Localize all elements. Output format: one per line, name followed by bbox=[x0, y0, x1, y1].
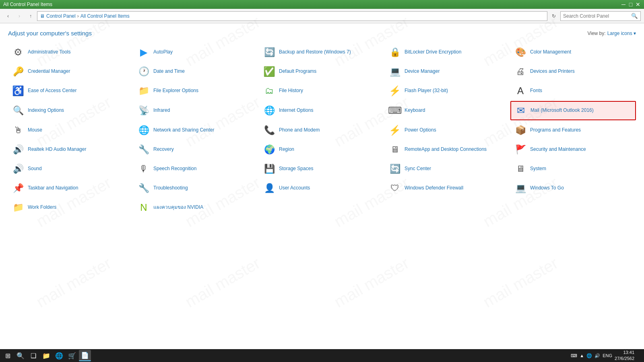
ease-of-access-icon: ♿ bbox=[12, 84, 25, 97]
cp-item-autoplay[interactable]: ▶AutoPlay bbox=[134, 43, 259, 62]
cp-item-internet-options[interactable]: 🌐Internet Options bbox=[259, 101, 385, 120]
devices-printers-icon: 🖨 bbox=[514, 65, 527, 78]
up-button[interactable]: ↑ bbox=[26, 11, 35, 21]
view-by-label: View by: bbox=[587, 31, 605, 36]
edge-taskbar[interactable]: 🌐 bbox=[53, 350, 65, 361]
minimize-button[interactable]: ─ bbox=[621, 2, 626, 7]
cp-item-remoteapp[interactable]: 🖥RemoteApp and Desktop Connections bbox=[385, 140, 510, 159]
file-explorer-taskbar[interactable]: 📁 bbox=[40, 350, 52, 361]
cp-item-color-management[interactable]: 🎨Color Management bbox=[510, 43, 636, 62]
breadcrumb-root[interactable]: Control Panel bbox=[46, 13, 76, 19]
language-indicator[interactable]: ENG bbox=[603, 353, 612, 358]
devices-printers-label: Devices and Printers bbox=[530, 68, 575, 75]
cp-item-fonts[interactable]: AFonts bbox=[510, 82, 636, 100]
cp-item-mouse[interactable]: 🖱Mouse bbox=[8, 121, 134, 140]
cp-item-nvidia[interactable]: Nแผงควบคุมของ NVIDIA bbox=[134, 198, 259, 217]
cp-item-region[interactable]: 🌍Region bbox=[259, 140, 385, 159]
cp-item-default-programs[interactable]: ✅Default Programs bbox=[259, 62, 385, 81]
remoteapp-label: RemoteApp and Desktop Connections bbox=[405, 146, 487, 153]
cp-item-work-folders[interactable]: 📁Work Folders bbox=[8, 198, 134, 217]
network-icon: 🌐 bbox=[586, 353, 592, 358]
taskbar-navigation-label: Taskbar and Navigation bbox=[28, 185, 78, 191]
cp-item-device-manager[interactable]: 💻Device Manager bbox=[385, 62, 510, 81]
cp-item-sync-center[interactable]: 🔄Sync Center bbox=[385, 160, 510, 178]
mouse-label: Mouse bbox=[28, 127, 42, 134]
control-panel-taskbar[interactable]: 📄 bbox=[79, 350, 91, 361]
cp-item-windows-defender[interactable]: 🛡Windows Defender Firewall bbox=[385, 179, 510, 197]
system-icon: 🖥 bbox=[514, 162, 527, 175]
search-taskbar-button[interactable]: 🔍 bbox=[14, 350, 27, 361]
cp-item-ease-of-access[interactable]: ♿Ease of Access Center bbox=[8, 82, 134, 100]
cp-item-flash-player[interactable]: ⚡Flash Player (32-bit) bbox=[385, 82, 510, 100]
cp-item-sound[interactable]: 🔊Sound bbox=[8, 160, 134, 178]
file-explorer-icon: 📁 bbox=[137, 84, 150, 97]
breadcrumb-icon: 🖥 bbox=[40, 13, 45, 19]
backup-restore-icon: 🔄 bbox=[263, 46, 276, 59]
phone-modem-icon: 📞 bbox=[263, 124, 276, 137]
programs-features-label: Programs and Features bbox=[530, 127, 581, 134]
indexing-options-icon: 🔍 bbox=[12, 104, 25, 117]
cp-item-administrative-tools[interactable]: ⚙Administrative Tools bbox=[8, 43, 134, 62]
start-button[interactable]: ⊞ bbox=[2, 350, 14, 361]
sync-center-label: Sync Center bbox=[405, 166, 431, 172]
cp-item-file-history[interactable]: 🗂File History bbox=[259, 82, 385, 100]
cp-item-network-sharing[interactable]: 🌐Network and Sharing Center bbox=[134, 121, 259, 140]
cp-item-credential-manager[interactable]: 🔑Credential Manager bbox=[8, 62, 134, 81]
close-button[interactable]: ✕ bbox=[635, 2, 641, 7]
cp-item-user-accounts[interactable]: 👤User Accounts bbox=[259, 179, 385, 197]
cp-item-troubleshooting[interactable]: 🔧Troubleshooting bbox=[134, 179, 259, 197]
time-display: 13:41 27/6/2562 bbox=[615, 350, 634, 362]
title-bar-controls: ─ □ ✕ bbox=[621, 2, 641, 7]
keyboard-icon: ⌨ bbox=[388, 104, 401, 117]
cp-item-bitlocker[interactable]: 🔒BitLocker Drive Encryption bbox=[385, 43, 510, 62]
windows-defender-label: Windows Defender Firewall bbox=[405, 185, 463, 191]
search-bar: 🔍 bbox=[560, 11, 641, 21]
back-button[interactable]: ‹ bbox=[3, 11, 13, 21]
store-taskbar[interactable]: 🛒 bbox=[66, 350, 78, 361]
forward-button[interactable]: › bbox=[14, 11, 24, 21]
cp-item-backup-restore[interactable]: 🔄Backup and Restore (Windows 7) bbox=[259, 43, 385, 62]
cp-item-phone-modem[interactable]: 📞Phone and Modem bbox=[259, 121, 385, 140]
windows-defender-icon: 🛡 bbox=[388, 182, 401, 195]
default-programs-label: Default Programs bbox=[279, 68, 316, 75]
cp-item-devices-printers[interactable]: 🖨Devices and Printers bbox=[510, 62, 636, 81]
cp-item-storage-spaces[interactable]: 💾Storage Spaces bbox=[259, 160, 385, 178]
cp-item-windows-to-go[interactable]: 💻Windows To Go bbox=[510, 179, 636, 197]
realtek-label: Realtek HD Audio Manager bbox=[28, 146, 86, 153]
search-button[interactable]: 🔍 bbox=[631, 13, 638, 19]
fonts-icon: A bbox=[514, 84, 527, 97]
view-by-dropdown[interactable]: Large icons ▾ bbox=[607, 31, 636, 36]
cp-item-infrared[interactable]: 📡Infrared bbox=[134, 101, 259, 120]
search-input[interactable] bbox=[563, 13, 630, 19]
cp-item-indexing-options[interactable]: 🔍Indexing Options bbox=[8, 101, 134, 120]
sync-center-icon: 🔄 bbox=[388, 162, 401, 175]
administrative-tools-label: Administrative Tools bbox=[28, 49, 71, 56]
cp-item-taskbar-navigation[interactable]: 📌Taskbar and Navigation bbox=[8, 179, 134, 197]
task-view-button[interactable]: ❑ bbox=[27, 350, 39, 361]
taskbar-right: ⌨ ▲ 🌐 🔊 ENG 13:41 27/6/2562 bbox=[571, 350, 642, 362]
refresh-button[interactable]: ↻ bbox=[549, 11, 559, 21]
cp-item-system[interactable]: 🖥System bbox=[510, 160, 636, 178]
flash-player-icon: ⚡ bbox=[388, 84, 401, 97]
cp-item-power-options[interactable]: ⚡Power Options bbox=[385, 121, 510, 140]
work-folders-icon: 📁 bbox=[12, 201, 25, 214]
cp-item-date-time[interactable]: 🕐Date and Time bbox=[134, 62, 259, 81]
administrative-tools-icon: ⚙ bbox=[12, 46, 25, 59]
cp-item-security-maintenance[interactable]: 🚩Security and Maintenance bbox=[510, 140, 636, 159]
nvidia-icon: N bbox=[137, 201, 150, 214]
device-manager-icon: 💻 bbox=[388, 65, 401, 78]
cp-item-realtek[interactable]: 🔊Realtek HD Audio Manager bbox=[8, 140, 134, 159]
troubleshooting-label: Troubleshooting bbox=[153, 185, 188, 191]
cp-item-keyboard[interactable]: ⌨Keyboard bbox=[385, 101, 510, 120]
cp-item-mail[interactable]: ✉Mail (Microsoft Outlook 2016) bbox=[510, 101, 636, 120]
cp-item-programs-features[interactable]: 📦Programs and Features bbox=[510, 121, 636, 140]
color-management-label: Color Management bbox=[530, 49, 571, 56]
autoplay-label: AutoPlay bbox=[153, 49, 173, 56]
cp-item-recovery[interactable]: 🔧Recovery bbox=[134, 140, 259, 159]
restore-button[interactable]: □ bbox=[628, 2, 634, 7]
content-header: Adjust your computer's settings View by:… bbox=[8, 30, 636, 37]
breadcrumb-current[interactable]: All Control Panel Items bbox=[80, 13, 130, 19]
cp-item-file-explorer[interactable]: 📁File Explorer Options bbox=[134, 82, 259, 100]
date-time-label: Date and Time bbox=[153, 68, 185, 75]
cp-item-speech-recognition[interactable]: 🎙Speech Recognition bbox=[134, 160, 259, 178]
